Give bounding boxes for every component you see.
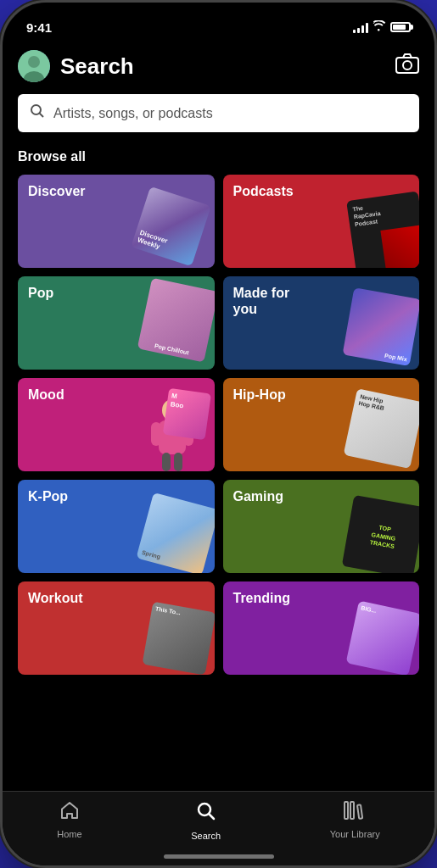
svg-rect-9 [151, 422, 161, 446]
camera-icon[interactable] [395, 53, 419, 79]
status-time: 9:41 [26, 20, 52, 35]
category-workout[interactable]: Workout This To... [18, 581, 215, 675]
battery-icon [390, 22, 411, 32]
category-label-podcasts: Podcasts [233, 183, 294, 199]
category-label-discover: Discover [28, 183, 86, 199]
category-pop[interactable]: Pop Pop Chillout [18, 276, 215, 370]
nav-library[interactable]: Your Library [330, 800, 380, 839]
category-label-madeforyou: Made for you [233, 285, 290, 317]
category-hiphop[interactable]: Hip-Hop New HipHop R&B [223, 378, 420, 471]
category-discover[interactable]: Discover DiscoverWeekly [18, 175, 215, 268]
category-label-mood: Mood [28, 387, 64, 403]
svg-rect-17 [357, 804, 362, 818]
svg-rect-16 [350, 802, 354, 819]
category-label-kpop: K-Pop [28, 488, 68, 504]
svg-rect-12 [174, 453, 182, 471]
category-label-workout: Workout [28, 590, 83, 606]
nav-search-label: Search [191, 831, 221, 841]
category-label-hiphop: Hip-Hop [233, 387, 286, 403]
avatar[interactable] [18, 50, 50, 82]
main-content: Search Artists, [3, 40, 434, 828]
home-icon [59, 800, 80, 826]
header-left: Search [18, 50, 134, 82]
svg-line-6 [40, 114, 44, 118]
phone-frame: 9:41 [0, 0, 437, 868]
categories-grid: Discover DiscoverWeekly Podcasts TheRapC… [18, 175, 419, 675]
category-podcasts[interactable]: Podcasts TheRapCaviaPodcast [223, 175, 420, 268]
bottom-nav: Home Search [3, 791, 434, 865]
category-trending[interactable]: Trending BIG... [223, 581, 420, 675]
category-mood[interactable]: Mood MBoo [18, 378, 215, 471]
category-label-trending: Trending [233, 590, 291, 606]
search-bar[interactable]: Artists, songs, or podcasts [18, 94, 419, 132]
category-kpop[interactable]: K-Pop Spring [18, 480, 215, 573]
svg-line-14 [209, 815, 214, 820]
category-madeforyou[interactable]: Made for you Pop Mix [223, 276, 420, 370]
wifi-icon [373, 20, 386, 35]
search-icon [30, 103, 45, 123]
status-icons [353, 20, 411, 35]
browse-label: Browse all [18, 149, 419, 164]
signal-icon [353, 21, 368, 33]
category-label-gaming: Gaming [233, 488, 284, 504]
nav-home-label: Home [57, 829, 81, 839]
page-header: Search [18, 40, 419, 94]
svg-point-1 [28, 56, 40, 68]
home-indicator [164, 854, 274, 859]
category-label-pop: Pop [28, 285, 53, 301]
svg-rect-3 [396, 58, 418, 73]
library-icon [344, 800, 366, 826]
phone-screen: 9:41 [3, 3, 434, 865]
svg-point-5 [31, 105, 41, 114]
nav-search[interactable]: Search [191, 800, 221, 841]
category-gaming[interactable]: Gaming TOPGAMINGTRACKS [223, 480, 420, 573]
page-title: Search [60, 53, 134, 80]
nav-home[interactable]: Home [57, 800, 81, 839]
search-placeholder: Artists, songs, or podcasts [53, 106, 213, 121]
nav-library-label: Your Library [330, 829, 380, 839]
svg-point-4 [403, 61, 412, 70]
svg-rect-11 [162, 453, 171, 471]
notch [168, 3, 270, 28]
search-nav-icon [195, 800, 217, 827]
svg-rect-15 [345, 802, 348, 819]
